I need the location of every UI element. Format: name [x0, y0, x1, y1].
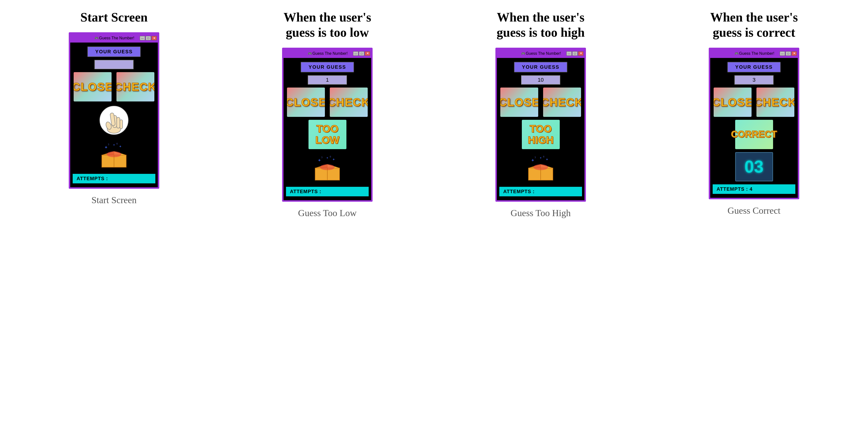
guess-input-3[interactable]: [521, 75, 560, 85]
svg-text:🎮: 🎮: [521, 52, 526, 56]
your-guess-label-2[interactable]: YOUR GUESS: [301, 62, 354, 72]
attempts-bar-4: ATTEMPTS : 4: [713, 184, 795, 194]
correct-caption: Guess Correct: [727, 205, 780, 216]
too-high-screen-column: When the user'sguess is too high 🎮 Guess…: [441, 10, 640, 218]
minimize-button[interactable]: —: [140, 36, 145, 40]
attempts-bar-3: ATTEMPTS :: [499, 187, 582, 196]
svg-text:✦: ✦: [317, 158, 321, 163]
mystery-box-icon: ✦ ✦ ✦ 3 6: [99, 141, 129, 168]
correct-titlebar: 🎮 Guess The Number! — □ ✕: [710, 49, 798, 58]
page-container: Start Screen 🎮 Guess The Number! — □ ✕ Y…: [0, 0, 868, 422]
svg-text:✦: ✦: [119, 145, 122, 149]
start-titlebar: 🎮 Guess The Number! — □ ✕: [70, 34, 158, 42]
svg-rect-7: [120, 120, 123, 129]
correct-result: CORRECT: [735, 120, 773, 149]
guess-input-2[interactable]: [308, 75, 347, 85]
window-close-button-2[interactable]: ✕: [365, 51, 370, 56]
too-high-screen-title: When the user'sguess is too high: [497, 10, 585, 40]
window-close-button-3[interactable]: ✕: [578, 51, 584, 56]
maximize-button[interactable]: □: [146, 36, 151, 40]
svg-text:6: 6: [117, 142, 118, 145]
too-low-window: 🎮 Guess The Number! — □ ✕ YOUR GUESS CLO…: [282, 48, 373, 202]
mystery-box-icon-2: ✦ ✦ ✦ 3 6: [313, 155, 342, 182]
your-guess-label-3[interactable]: YOUR GUESS: [514, 62, 567, 72]
guess-input-4[interactable]: [735, 75, 774, 85]
minimize-button-4[interactable]: —: [780, 51, 785, 56]
svg-text:✦: ✦: [332, 158, 335, 161]
too-low-titlebar-controls: — □ ✕: [353, 51, 370, 56]
too-low-result: TOOLOW: [309, 120, 346, 149]
close-game-button[interactable]: CLOSE: [74, 72, 112, 101]
svg-text:✦: ✦: [539, 156, 542, 160]
start-window: 🎮 Guess The Number! — □ ✕ YOUR GUESS CLO…: [69, 32, 159, 189]
attempts-bar-2: ATTEMPTS :: [286, 187, 369, 196]
close-game-button-2[interactable]: CLOSE: [287, 88, 325, 117]
check-game-button-3[interactable]: CHECK: [543, 88, 581, 117]
too-high-window: 🎮 Guess The Number! — □ ✕ YOUR GUESS CLO…: [495, 48, 586, 202]
number-display: 03: [735, 152, 773, 182]
check-game-button[interactable]: CHECK: [117, 72, 154, 101]
too-high-result: TOOHIGH: [522, 120, 560, 149]
app-icon-3: 🎮: [520, 51, 526, 56]
start-screen-column: Start Screen 🎮 Guess The Number! — □ ✕ Y…: [15, 10, 213, 205]
start-screen-title: Start Screen: [81, 10, 148, 25]
too-low-titlebar-title: Guess The Number!: [312, 51, 348, 56]
svg-text:6: 6: [543, 155, 544, 158]
too-high-titlebar: 🎮 Guess The Number! — □ ✕: [497, 49, 585, 58]
too-high-titlebar-controls: — □ ✕: [566, 51, 584, 56]
fingers-crossed-icon: [99, 106, 129, 135]
close-game-button-4[interactable]: CLOSE: [714, 88, 751, 117]
svg-text:🎮: 🎮: [308, 52, 312, 56]
correct-screen-title: When the user'sguess is correct: [710, 10, 798, 40]
too-high-titlebar-title: Guess The Number!: [526, 51, 561, 56]
minimize-button-2[interactable]: —: [353, 51, 359, 56]
correct-window-body: YOUR GUESS CLOSE CHECK CORRECT 03 ATTEMP…: [710, 58, 798, 198]
fingers-crossed-area: [95, 104, 133, 136]
svg-text:🎮: 🎮: [94, 36, 99, 40]
svg-text:✦: ✦: [104, 145, 108, 150]
svg-text:✦: ✦: [113, 143, 115, 147]
attempts-bar: ATTEMPTS :: [73, 174, 155, 183]
buttons-row-3: CLOSE CHECK: [499, 88, 582, 117]
mystery-box-icon-3: ✦ ✦ ✦ 3 6: [526, 155, 555, 182]
svg-text:3: 3: [534, 156, 536, 159]
svg-rect-6: [117, 117, 120, 128]
too-high-window-body: YOUR GUESS CLOSE CHECK TOOHIGH ✦: [497, 58, 585, 200]
check-game-button-2[interactable]: CHECK: [330, 88, 368, 117]
minimize-button-3[interactable]: —: [566, 51, 572, 56]
maximize-button-2[interactable]: □: [359, 51, 364, 56]
window-close-button[interactable]: ✕: [151, 36, 157, 40]
check-game-button-4[interactable]: CHECK: [756, 88, 794, 117]
svg-text:3: 3: [108, 143, 109, 146]
start-caption: Start Screen: [92, 195, 137, 205]
window-close-button-4[interactable]: ✕: [792, 51, 797, 56]
too-low-screen-title: When the user'sguess is too low: [283, 10, 371, 40]
too-high-caption: Guess Too High: [510, 207, 571, 218]
too-low-caption: Guess Too Low: [298, 207, 356, 218]
start-titlebar-controls: — □ ✕: [140, 36, 157, 40]
svg-text:✦: ✦: [531, 158, 534, 163]
svg-text:🎮: 🎮: [735, 52, 739, 56]
too-low-window-body: YOUR GUESS CLOSE CHECK TOOLOW ✦: [283, 58, 371, 200]
box-image-area-3: ✦ ✦ ✦ 3 6: [522, 152, 560, 184]
box-image-area: ✦ ✦ ✦ 3 6: [95, 139, 133, 171]
svg-text:✦: ✦: [546, 158, 549, 161]
svg-text:✦: ✦: [326, 156, 329, 160]
buttons-row: CLOSE CHECK: [73, 72, 155, 101]
too-low-titlebar: 🎮 Guess The Number! — □ ✕: [283, 49, 371, 58]
svg-text:6: 6: [330, 155, 331, 158]
buttons-row-2: CLOSE CHECK: [286, 88, 369, 117]
maximize-button-3[interactable]: □: [572, 51, 578, 56]
correct-window: 🎮 Guess The Number! — □ ✕ YOUR GUESS CLO…: [709, 48, 799, 199]
your-guess-label-4[interactable]: YOUR GUESS: [727, 62, 780, 72]
correct-titlebar-title: Guess The Number!: [739, 51, 774, 56]
close-game-button-3[interactable]: CLOSE: [500, 88, 538, 117]
your-guess-label[interactable]: YOUR GUESS: [87, 46, 141, 57]
too-low-screen-column: When the user'sguess is too low 🎮 Guess …: [228, 10, 427, 218]
guess-input[interactable]: [94, 60, 133, 69]
app-icon-4: 🎮: [734, 51, 739, 56]
correct-screen-column: When the user'sguess is correct 🎮 Guess …: [655, 10, 853, 216]
start-titlebar-title: Guess The Number!: [99, 36, 134, 40]
svg-text:3: 3: [321, 156, 322, 159]
maximize-button-4[interactable]: □: [785, 51, 791, 56]
